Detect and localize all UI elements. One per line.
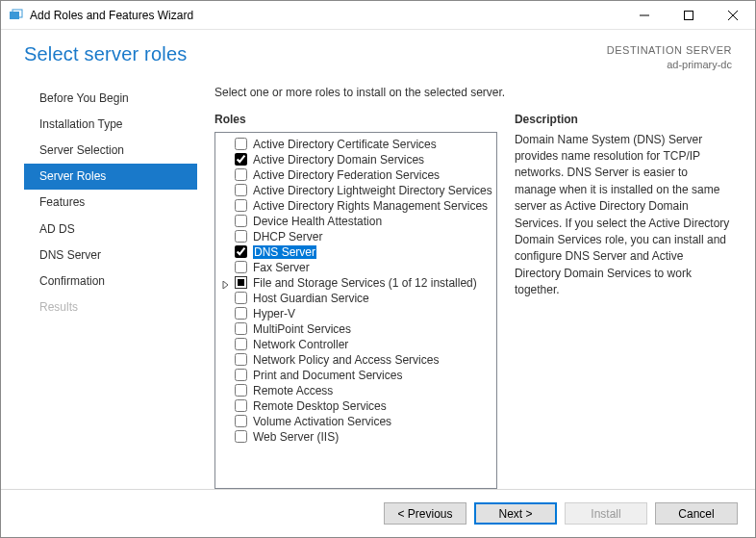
role-label[interactable]: Remote Access — [253, 384, 333, 397]
role-checkbox[interactable] — [235, 430, 247, 443]
description-label: Description — [515, 113, 732, 126]
footer: < Previous Next > Install Cancel — [1, 489, 755, 537]
role-label[interactable]: Active Directory Certificate Services — [253, 138, 437, 151]
role-checkbox[interactable] — [235, 292, 247, 304]
role-checkbox[interactable] — [235, 230, 247, 243]
next-button[interactable]: Next > — [474, 502, 557, 525]
previous-button[interactable]: < Previous — [384, 502, 466, 525]
role-item[interactable]: Active Directory Certificate Services — [217, 137, 494, 152]
role-item[interactable]: Network Controller — [217, 337, 494, 352]
role-checkbox[interactable] — [235, 322, 247, 335]
role-item[interactable]: Network Policy and Access Services — [217, 352, 494, 368]
role-checkbox[interactable] — [235, 168, 247, 181]
role-label[interactable]: Active Directory Lightweight Directory S… — [253, 184, 492, 197]
minimize-button[interactable] — [622, 1, 667, 30]
role-item[interactable]: Active Directory Federation Services — [217, 167, 494, 183]
destination-server-info: DESTINATION SERVER ad-primary-dc — [607, 43, 732, 72]
titlebar[interactable]: Add Roles and Features Wizard — [1, 1, 755, 30]
role-checkbox[interactable] — [235, 369, 247, 381]
role-checkbox[interactable] — [235, 338, 247, 350]
role-label[interactable]: Web Server (IIS) — [253, 430, 339, 444]
role-item[interactable]: Active Directory Domain Services — [217, 152, 494, 167]
nav-item-ad-ds[interactable]: AD DS — [24, 217, 197, 243]
role-item[interactable]: MultiPoint Services — [217, 321, 494, 337]
role-checkbox[interactable] — [235, 184, 247, 196]
role-label[interactable]: Print and Document Services — [253, 369, 402, 382]
role-checkbox[interactable] — [235, 415, 247, 427]
role-label[interactable]: Host Guardian Service — [253, 292, 369, 305]
nav-item-server-selection[interactable]: Server Selection — [24, 138, 197, 164]
role-checkbox[interactable] — [235, 261, 247, 273]
role-label[interactable]: Remote Desktop Services — [253, 399, 387, 413]
role-label[interactable]: File and Storage Services (1 of 12 insta… — [253, 276, 477, 290]
role-label[interactable]: Active Directory Federation Services — [253, 168, 440, 182]
role-label[interactable]: DNS Server — [253, 245, 316, 259]
role-item[interactable]: DNS Server — [217, 244, 494, 260]
window-title: Add Roles and Features Wizard — [30, 9, 622, 22]
role-item[interactable]: Host Guardian Service — [217, 291, 494, 306]
role-label[interactable]: Hyper-V — [253, 307, 295, 320]
nav-item-server-roles[interactable]: Server Roles — [24, 164, 197, 190]
role-label[interactable]: Fax Server — [253, 261, 310, 274]
maximize-button[interactable] — [667, 1, 711, 30]
role-item[interactable]: Active Directory Rights Management Servi… — [217, 198, 494, 214]
role-item[interactable]: Web Server (IIS) — [217, 429, 494, 445]
role-checkbox[interactable] — [235, 153, 247, 166]
role-checkbox[interactable] — [235, 245, 247, 258]
wizard-nav: Before You BeginInstallation TypeServer … — [24, 86, 197, 489]
role-checkbox[interactable] — [235, 384, 247, 397]
app-icon — [9, 8, 24, 23]
nav-item-before-you-begin[interactable]: Before You Begin — [24, 86, 197, 112]
role-checkbox[interactable] — [235, 138, 247, 150]
nav-item-results: Results — [24, 295, 197, 320]
nav-item-confirmation[interactable]: Confirmation — [24, 269, 197, 295]
role-checkbox[interactable] — [235, 199, 247, 212]
role-label[interactable]: DHCP Server — [253, 230, 322, 243]
role-item[interactable]: Remote Desktop Services — [217, 398, 494, 414]
role-item[interactable]: Active Directory Lightweight Directory S… — [217, 183, 494, 198]
description-text: Domain Name System (DNS) Server provides… — [515, 132, 732, 299]
role-item[interactable]: Volume Activation Services — [217, 414, 494, 429]
role-item[interactable]: DHCP Server — [217, 229, 494, 244]
role-checkbox[interactable] — [235, 307, 247, 320]
instruction-text: Select one or more roles to install on t… — [214, 86, 732, 99]
role-checkbox[interactable] — [235, 399, 247, 412]
role-label[interactable]: Volume Activation Services — [253, 415, 391, 428]
roles-listbox[interactable]: Active Directory Certificate ServicesAct… — [214, 132, 497, 489]
role-label[interactable]: Active Directory Rights Management Servi… — [253, 199, 488, 213]
nav-item-dns-server[interactable]: DNS Server — [24, 243, 197, 269]
destination-server-label: DESTINATION SERVER — [607, 43, 732, 58]
close-button[interactable] — [711, 1, 755, 30]
role-item[interactable]: File and Storage Services (1 of 12 insta… — [217, 275, 494, 291]
role-item[interactable]: Print and Document Services — [217, 368, 494, 383]
cancel-button[interactable]: Cancel — [655, 502, 738, 525]
page-title: Select server roles — [24, 43, 187, 65]
nav-item-features[interactable]: Features — [24, 190, 197, 216]
role-item[interactable]: Fax Server — [217, 260, 494, 275]
roles-label: Roles — [214, 113, 497, 126]
role-item[interactable]: Hyper-V — [217, 306, 494, 321]
install-button: Install — [565, 502, 647, 525]
svg-rect-3 — [685, 11, 693, 19]
svg-rect-0 — [10, 12, 19, 19]
destination-server-value: ad-primary-dc — [607, 58, 732, 72]
role-checkbox[interactable] — [235, 215, 247, 227]
role-label[interactable]: Device Health Attestation — [253, 215, 382, 228]
role-label[interactable]: Active Directory Domain Services — [253, 153, 424, 167]
role-checkbox[interactable] — [235, 353, 247, 366]
expand-icon[interactable] — [222, 278, 230, 286]
role-label[interactable]: Network Policy and Access Services — [253, 353, 439, 367]
nav-item-installation-type[interactable]: Installation Type — [24, 112, 197, 138]
role-label[interactable]: MultiPoint Services — [253, 322, 351, 336]
role-item[interactable]: Device Health Attestation — [217, 214, 494, 229]
role-label[interactable]: Network Controller — [253, 338, 348, 351]
role-item[interactable]: Remote Access — [217, 383, 494, 398]
role-checkbox-partial[interactable] — [235, 276, 247, 289]
